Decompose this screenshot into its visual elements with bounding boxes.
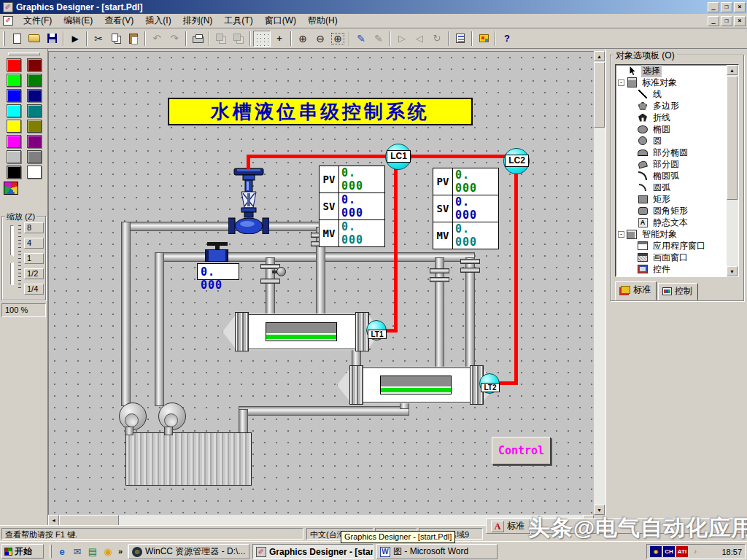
pv-value[interactable]: 0. 000 xyxy=(453,168,499,195)
mv-value[interactable]: 0. 000 xyxy=(339,220,385,247)
color-swatch-2[interactable] xyxy=(7,74,21,87)
open-icon[interactable] xyxy=(26,31,43,47)
tree-item-9[interactable]: 椭圆弧 xyxy=(616,170,727,182)
tree-scrollbar[interactable]: ▲ ▼ xyxy=(727,65,738,276)
color-swatch-8[interactable] xyxy=(7,120,21,133)
document-icon[interactable]: ✐ xyxy=(3,16,13,26)
zoom-preset-8[interactable]: 8 xyxy=(24,222,44,233)
tree-item-3[interactable]: 多边形 xyxy=(616,100,727,112)
grid-icon[interactable] xyxy=(253,31,271,47)
minimize-button[interactable]: _ xyxy=(708,2,719,12)
pipe-tank2-inlet[interactable] xyxy=(465,257,475,368)
canvas-vertical-scrollbar[interactable]: ▲ ▼ xyxy=(594,51,605,515)
tree-item-7[interactable]: 部分椭圆 xyxy=(616,147,727,158)
task-button-1[interactable]: ✐Graphics Designer - [start... xyxy=(252,544,374,559)
scroll-down-icon[interactable]: ▼ xyxy=(727,266,738,276)
color-swatch-5[interactable] xyxy=(27,89,42,102)
mv-value[interactable]: 0. 000 xyxy=(453,222,499,249)
zoom-out-icon[interactable]: ⊖ xyxy=(311,31,329,47)
print-icon[interactable] xyxy=(189,31,206,47)
tank-1[interactable] xyxy=(222,311,382,352)
save-icon[interactable] xyxy=(43,31,61,47)
expander-icon[interactable]: - xyxy=(618,231,624,238)
menu-item-2[interactable]: 查看(V) xyxy=(98,14,139,27)
color-swatch-0[interactable] xyxy=(7,58,21,71)
color-swatch-7[interactable] xyxy=(27,104,42,117)
pipe-return-drop[interactable] xyxy=(239,409,248,433)
new-icon[interactable] xyxy=(8,31,26,47)
pid1-faceplate[interactable]: PV0. 000 SV0. 000 MV0. 000 xyxy=(319,166,385,247)
color-swatch-9[interactable] xyxy=(27,120,42,133)
menu-item-7[interactable]: 帮助(H) xyxy=(302,14,344,27)
outlook-icon[interactable]: ✉ xyxy=(71,545,84,558)
zoom-preset-1-4[interactable]: 1/4 xyxy=(24,284,44,295)
expander-icon[interactable]: - xyxy=(618,79,624,86)
palette-icon[interactable] xyxy=(4,182,18,195)
color-swatch-14[interactable] xyxy=(7,166,21,179)
tree-item-13[interactable]: 静态文本 xyxy=(616,217,727,228)
clock[interactable]: 18:57 xyxy=(721,548,742,556)
tree-item-0[interactable]: 选择 xyxy=(616,65,727,77)
tree-item-4[interactable]: 折线 xyxy=(616,112,727,123)
properties-icon[interactable] xyxy=(452,31,469,47)
tree-item-14[interactable]: -智能对象 xyxy=(616,228,727,240)
control-button[interactable]: Control xyxy=(492,437,551,464)
run-icon[interactable]: ▶ xyxy=(66,31,84,47)
tree-item-6[interactable]: 圆 xyxy=(616,135,727,147)
zoom-slider-handle[interactable] xyxy=(5,255,17,263)
zoom-preset-1-2[interactable]: 1/2 xyxy=(24,268,44,279)
media-icon[interactable]: ▤ xyxy=(86,545,99,558)
tree-item-8[interactable]: 部分圆 xyxy=(616,158,727,170)
sv-value[interactable]: 0. 000 xyxy=(339,193,385,220)
tab-standard[interactable]: 标准 xyxy=(615,281,657,300)
tree-item-17[interactable]: 控件 xyxy=(616,263,727,275)
tray-ati-icon[interactable]: ATI xyxy=(676,546,688,557)
child-minimize-button[interactable]: _ xyxy=(708,16,719,26)
color-swatch-1[interactable] xyxy=(27,58,42,71)
drawing-canvas[interactable]: 水槽液位串级控制系统 xyxy=(48,51,594,515)
branch-valve-handle[interactable] xyxy=(276,267,286,276)
color-swatch-11[interactable] xyxy=(27,135,42,148)
tree-item-2[interactable]: 线 xyxy=(616,88,727,100)
help-icon[interactable]: ? xyxy=(498,31,516,47)
color-swatch-6[interactable] xyxy=(7,104,21,117)
scroll-up-icon[interactable]: ▲ xyxy=(594,51,605,61)
wincc-lion-icon[interactable]: ◉ xyxy=(101,545,115,558)
pipe-pump1-riser[interactable] xyxy=(121,222,131,406)
tree-item-10[interactable]: 圆弧 xyxy=(616,182,727,193)
tray-audio-conference-icon[interactable]: ◉ xyxy=(650,546,662,557)
close-button[interactable]: × xyxy=(734,2,746,12)
zoom-preset-4[interactable]: 4 xyxy=(24,238,44,249)
color-swatch-15[interactable] xyxy=(27,166,42,179)
library-icon[interactable] xyxy=(475,31,492,47)
font-style-icon[interactable]: A xyxy=(491,521,504,532)
cut-icon[interactable]: ✂ xyxy=(90,31,107,47)
zoom-in-icon[interactable]: ⊕ xyxy=(294,31,311,47)
pipe-pump2-riser[interactable] xyxy=(155,252,164,406)
tree-item-5[interactable]: 椭圆 xyxy=(616,123,727,135)
palette-grip[interactable] xyxy=(8,52,40,55)
reservoir-tank[interactable] xyxy=(125,432,252,486)
task-button-0[interactable]: ◎WinCC 资源管理器 - D:\... xyxy=(128,544,249,559)
tree-item-12[interactable]: 圆角矩形 xyxy=(616,205,727,217)
copy-icon[interactable] xyxy=(107,31,125,47)
menu-item-3[interactable]: 插入(I) xyxy=(139,14,177,27)
tree-scroll-thumb[interactable] xyxy=(727,76,738,200)
pipe-middle[interactable] xyxy=(155,252,475,262)
color-swatch-12[interactable] xyxy=(7,150,21,163)
start-button[interactable]: 开始 xyxy=(1,544,44,559)
menu-item-0[interactable]: 文件(F) xyxy=(18,14,58,27)
pipe-tank2-branch[interactable] xyxy=(435,257,444,368)
tree-item-16[interactable]: 画面窗口 xyxy=(616,252,727,263)
pipe-return[interactable] xyxy=(239,406,409,416)
zoom-select-icon[interactable]: ⊕ xyxy=(329,31,347,47)
color-swatch-10[interactable] xyxy=(7,135,21,148)
zoom-preset-1[interactable]: 1 xyxy=(24,253,44,264)
pen-icon[interactable]: ✎ xyxy=(352,31,370,47)
pid2-faceplate[interactable]: PV0. 000 SV0. 000 MV0. 000 xyxy=(433,168,499,249)
tab-controls[interactable]: 控制 xyxy=(658,283,698,300)
task-button-2[interactable]: W图 - Microsoft Word xyxy=(376,544,498,559)
scroll-up-icon[interactable]: ▲ xyxy=(727,65,738,75)
paste-icon[interactable] xyxy=(125,31,142,47)
tray-volume-icon[interactable]: ♪ xyxy=(689,546,701,557)
